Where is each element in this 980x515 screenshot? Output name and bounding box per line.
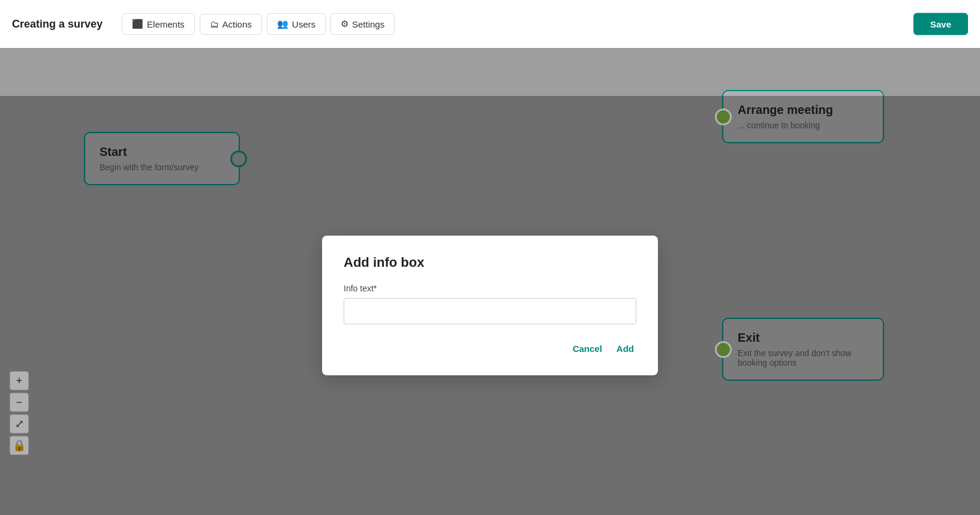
modal-overlay: Add info box Info text* Cancel Add <box>0 96 980 515</box>
info-text-input[interactable] <box>344 298 636 324</box>
page-title: Creating a survey <box>12 18 103 31</box>
info-text-label: Info text* <box>344 284 636 293</box>
tab-settings-label: Settings <box>352 19 384 29</box>
users-icon: 👥 <box>277 19 288 29</box>
tab-elements-label: Elements <box>147 19 185 29</box>
modal-actions: Cancel Add <box>344 339 636 359</box>
tab-actions[interactable]: 🗂 Actions <box>200 14 262 35</box>
tab-actions-label: Actions <box>223 19 252 29</box>
tab-elements[interactable]: ⬛ Elements <box>122 13 195 35</box>
add-button[interactable]: Add <box>614 339 636 359</box>
elements-icon: ⬛ <box>132 19 143 29</box>
save-button[interactable]: Save <box>913 13 968 35</box>
canvas-area: Start Begin with the form/survey Arrange… <box>0 48 980 515</box>
modal-title: Add info box <box>344 255 636 270</box>
actions-icon: 🗂 <box>210 19 219 29</box>
top-bar: Creating a survey ⬛ Elements 🗂 Actions 👥… <box>0 0 980 48</box>
tab-users-label: Users <box>292 19 315 29</box>
cancel-button[interactable]: Cancel <box>570 339 605 359</box>
settings-icon: ⚙ <box>341 19 348 29</box>
tab-users[interactable]: 👥 Users <box>267 13 326 35</box>
tab-settings[interactable]: ⚙ Settings <box>330 13 395 35</box>
add-info-box-dialog: Add info box Info text* Cancel Add <box>322 236 658 375</box>
